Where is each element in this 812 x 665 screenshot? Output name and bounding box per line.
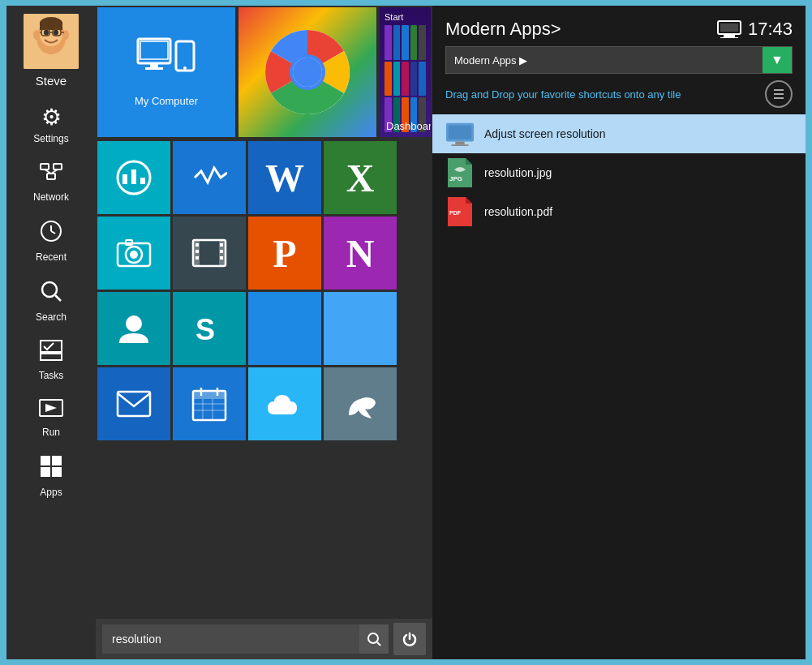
avatar[interactable]	[24, 14, 79, 69]
tile-camera[interactable]	[97, 217, 170, 290]
result-item-jpg[interactable]: JPG resolution.jpg	[432, 153, 806, 192]
tile-my-computer[interactable]: My Computer	[97, 7, 235, 137]
app-tiles-grid: W X	[96, 139, 432, 443]
svg-rect-56	[220, 243, 223, 247]
svg-rect-53	[195, 243, 199, 247]
svg-rect-58	[220, 256, 223, 260]
network-icon	[39, 161, 63, 189]
tile-activity[interactable]	[173, 141, 246, 214]
tile-mail[interactable]	[97, 367, 170, 440]
sidebar-label-search: Search	[36, 311, 67, 323]
svg-marker-87	[466, 197, 472, 204]
drag-drop-hint: Drag and Drop your favorite shortcuts on…	[432, 80, 806, 114]
svg-rect-29	[52, 456, 62, 466]
tile-word[interactable]: W	[248, 141, 321, 214]
tile-powerpoint[interactable]: P	[248, 217, 321, 290]
tile-onenote[interactable]: N	[324, 217, 397, 290]
tile-blank1[interactable]	[248, 292, 321, 365]
tile-cloud[interactable]	[248, 367, 321, 440]
svg-rect-44	[131, 169, 136, 184]
svg-text:S: S	[195, 313, 215, 346]
tiles-area: My Computer	[96, 6, 432, 659]
right-header: Modern Apps> 17:43	[432, 6, 806, 46]
onenote-letter: N	[346, 231, 375, 276]
svg-rect-35	[145, 67, 163, 70]
dashboard-label: Dashboard	[386, 120, 431, 132]
sidebar-label-network: Network	[33, 191, 69, 203]
svg-rect-45	[140, 178, 145, 184]
list-icon-button[interactable]	[765, 80, 793, 108]
run-icon	[39, 397, 63, 424]
tile-dashboard[interactable]: Start	[380, 7, 431, 137]
tile-stats[interactable]	[97, 141, 170, 214]
svg-marker-84	[466, 158, 472, 165]
tile-people[interactable]	[97, 292, 170, 365]
svg-rect-61	[118, 392, 150, 416]
svg-rect-36	[176, 41, 194, 71]
jpg-label: resolution.jpg	[484, 166, 552, 179]
sidebar-label-recent: Recent	[36, 251, 67, 263]
svg-point-22	[42, 282, 57, 297]
main-container: Steve ⚙ Settings Network	[6, 6, 806, 659]
svg-point-41	[293, 58, 322, 87]
right-panel: Modern Apps> 17:43 Modern Apps ▶ ▼ Drag …	[432, 6, 806, 659]
word-letter: W	[265, 156, 304, 200]
tile-chrome[interactable]	[238, 7, 376, 137]
svg-rect-34	[150, 63, 158, 67]
dashboard-start-text: Start	[385, 12, 426, 22]
svg-text:JPG: JPG	[449, 175, 462, 182]
tile-film[interactable]	[173, 217, 246, 290]
my-computer-label: My Computer	[135, 95, 198, 107]
sidebar-label-apps: Apps	[40, 487, 62, 498]
power-button[interactable]	[393, 623, 426, 655]
jpg-icon: JPG	[445, 161, 475, 184]
clock: 17:43	[717, 19, 793, 40]
sidebar-item-search[interactable]: Search	[6, 271, 96, 331]
search-button[interactable]	[359, 624, 389, 654]
result-item-pdf[interactable]: PDF resolution.pdf	[432, 192, 806, 231]
svg-rect-55	[195, 256, 199, 260]
dropdown-text: Modern Apps ▶	[446, 49, 763, 71]
svg-rect-31	[52, 467, 62, 477]
search-input[interactable]	[102, 624, 359, 654]
sidebar-item-settings[interactable]: ⚙ Settings	[6, 96, 96, 152]
sidebar-item-apps[interactable]: Apps	[6, 446, 96, 506]
pdf-label: resolution.pdf	[484, 205, 552, 218]
search-bar	[96, 619, 432, 659]
recent-icon	[39, 219, 63, 249]
svg-point-70	[368, 633, 378, 643]
tile-skype[interactable]: S	[173, 292, 246, 365]
pdf-icon: PDF	[445, 200, 475, 223]
dropdown-bar[interactable]: Modern Apps ▶ ▼	[445, 46, 793, 74]
svg-text:PDF: PDF	[449, 210, 462, 216]
svg-rect-15	[54, 164, 62, 169]
svg-rect-30	[41, 467, 50, 477]
dropdown-arrow[interactable]: ▼	[763, 47, 792, 73]
svg-rect-54	[195, 250, 199, 253]
sidebar-label-tasks: Tasks	[39, 370, 64, 381]
dashboard-mini-tiles	[385, 25, 426, 132]
svg-rect-81	[455, 141, 464, 144]
tasks-icon	[39, 339, 63, 367]
svg-rect-28	[41, 456, 50, 466]
sidebar-item-network[interactable]: Network	[6, 152, 96, 211]
svg-point-37	[183, 66, 187, 70]
sidebar-item-tasks[interactable]: Tasks	[6, 331, 96, 389]
svg-rect-82	[452, 144, 469, 146]
tile-blank2[interactable]	[324, 292, 397, 365]
tile-excel[interactable]: X	[324, 141, 397, 214]
svg-line-23	[55, 295, 61, 301]
sidebar: Steve ⚙ Settings Network	[6, 6, 96, 659]
sidebar-item-run[interactable]: Run	[6, 389, 96, 446]
result-item-adjust[interactable]: Adjust screen resolution	[432, 114, 806, 153]
top-big-tiles: My Computer	[96, 6, 432, 139]
sidebar-label-run: Run	[42, 427, 60, 438]
tile-calendar[interactable]	[173, 367, 246, 440]
sidebar-label-settings: Settings	[33, 133, 68, 144]
adjust-resolution-label: Adjust screen resolution	[484, 127, 605, 140]
tiles-wrapper: My Computer	[96, 6, 432, 659]
clock-time: 17:43	[748, 19, 793, 40]
sidebar-item-recent[interactable]: Recent	[6, 211, 96, 271]
tile-app[interactable]	[324, 367, 397, 440]
svg-point-5	[33, 30, 40, 40]
